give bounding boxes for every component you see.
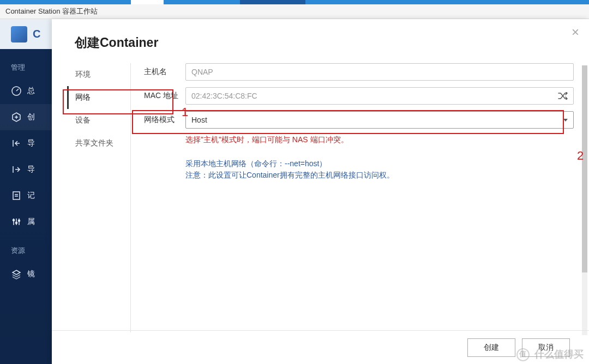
sidebar-label: 记 [27,191,35,201]
mac-input[interactable]: 02:42:3C:54:C8:FC [185,87,574,105]
svg-point-5 [19,220,20,222]
create-button[interactable]: 创建 [467,338,515,357]
document-icon [11,190,22,201]
form-area: 主机名 QNAP MAC 地址 02:42:3C:54:C8:FC 网络模式 H… [131,63,589,332]
layers-icon [11,269,22,280]
network-mode-label: 网络模式 [144,115,185,125]
sidebar-label: 属 [27,217,35,227]
annotation-1: 1 [182,105,188,119]
app-sidebar: 管理 总 创 导 导 记 属 资源 镜 [0,49,52,364]
tab-environment[interactable]: 环境 [67,63,130,86]
export-icon [11,164,22,175]
create-container-modal: × 创建Container 环境 网络 设备 共享文件夹 主机名 QNAP MA… [52,19,589,364]
mac-row: MAC 地址 02:42:3C:54:C8:FC [144,87,574,105]
desktop-taskbar [0,0,589,4]
hostname-row: 主机名 QNAP [144,63,574,81]
chevron-down-icon [563,119,568,122]
tab-shared-folder[interactable]: 共享文件夹 [67,132,130,155]
sidebar-item-overview[interactable]: 总 [0,78,52,104]
hostname-input[interactable]: QNAP [185,63,574,81]
svg-point-4 [16,222,17,224]
import-icon [11,138,22,149]
close-icon[interactable]: × [572,25,579,40]
modal-title: 创建Container [52,19,589,63]
mac-label: MAC 地址 [144,91,185,101]
sidebar-item-create[interactable]: 创 [0,104,52,130]
svg-rect-2 [13,192,20,199]
sidebar-category-manage: 管理 [0,57,52,78]
info-text: 采用本地主机网络（命令行：--net=host） 注意：此设置可让Contain… [185,158,574,181]
gauge-icon [11,86,22,96]
network-mode-value: Host [191,116,207,124]
sidebar-label: 总 [27,86,35,96]
window-title: Container Station 容器工作站 [5,7,98,16]
network-mode-select[interactable]: Host [185,111,574,129]
settings-tabs: 环境 网络 设备 共享文件夹 [52,63,131,332]
sliders-icon [11,216,22,227]
sidebar-item-export[interactable]: 导 [0,156,52,183]
svg-point-3 [13,220,15,221]
network-mode-row: 网络模式 Host [144,111,574,129]
tab-network[interactable]: 网络 [67,86,130,109]
modal-content: 环境 网络 设备 共享文件夹 主机名 QNAP MAC 地址 02:42:3C:… [52,63,589,333]
sidebar-item-import[interactable]: 导 [0,130,52,156]
sidebar-label: 导 [27,138,35,148]
modal-footer: 创建 取消 [52,330,589,364]
info-line-1: 采用本地主机网络（命令行：--net=host） [185,158,574,169]
app-logo [11,26,27,43]
watermark-text: 什么值得买 [534,349,584,360]
sidebar-item-images[interactable]: 镜 [0,261,52,287]
sidebar-item-properties[interactable]: 属 [0,209,52,235]
annotation-2: 2 [577,149,584,163]
window-header: Container Station 容器工作站 [0,4,589,19]
sidebar-label: 镜 [27,269,35,279]
plus-hexagon-icon [11,112,22,123]
sidebar-item-logs[interactable]: 记 [0,183,52,209]
info-line-2: 注意：此设置可让Container拥有完整的主机网络接口访问权。 [185,169,574,181]
watermark-icon [516,348,530,361]
hostname-value: QNAP [191,68,213,76]
app-brand-text: C [33,28,40,40]
sidebar-label: 创 [27,112,35,122]
shuffle-icon[interactable] [558,92,568,100]
warning-text: 选择"主机"模式时，端口可能与 NAS 端口冲突。 [185,135,574,145]
hostname-label: 主机名 [144,67,185,77]
mac-value: 02:42:3C:54:C8:FC [191,92,257,100]
sidebar-label: 导 [27,165,35,174]
sidebar-category-resource: 资源 [0,240,52,261]
tab-device[interactable]: 设备 [67,109,130,132]
watermark: 什么值得买 [516,348,584,361]
svg-marker-6 [13,270,20,275]
